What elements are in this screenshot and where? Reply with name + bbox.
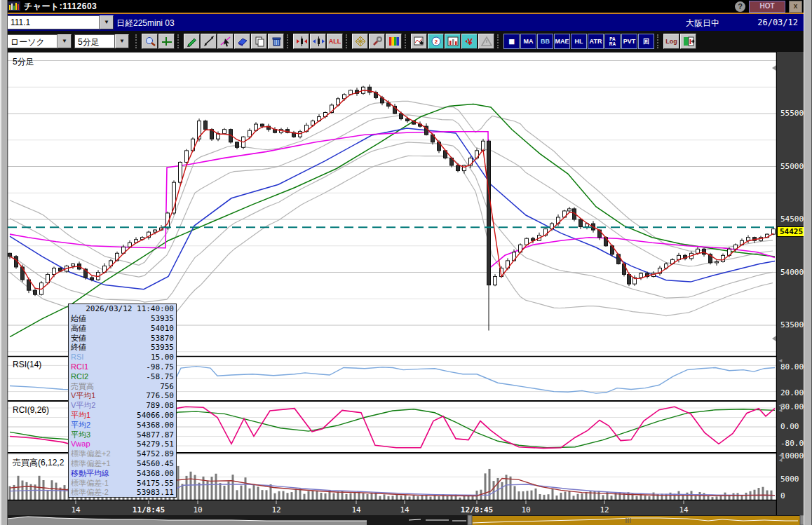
tooltip-row: V平均1776.50 [71, 391, 174, 401]
rci-panel-label: RCI(9,26) [13, 405, 49, 415]
tooltip-row: 標準偏差+154560.45 [71, 459, 174, 469]
toolbar-separator [497, 34, 501, 48]
x-axis-label: 14 [400, 505, 410, 514]
tooltip-row: RSI15.00 [71, 353, 174, 362]
x-axis-label: 12 [271, 505, 280, 514]
rsi-tick-label: 20.00 [780, 388, 804, 397]
scale-arrow-icon[interactable]: ◄ [778, 458, 783, 463]
rsi-tick-label: 80.00 [780, 362, 804, 371]
price-axis[interactable]: 555005500054500540005350080.0020.0080.00… [777, 52, 805, 515]
pointer-line-icon[interactable] [217, 34, 234, 49]
pencil-icon[interactable] [184, 34, 200, 49]
symbol-name-label: 日経225mini 03 [116, 18, 175, 29]
tooltip-row: 売買高756 [71, 382, 174, 392]
indicator-hl-button[interactable]: HL [571, 34, 587, 49]
timeframe-value[interactable]: 5分足 [74, 34, 115, 48]
price-tick-label: 54500 [780, 214, 804, 224]
crosshair-grid-icon[interactable] [158, 34, 175, 49]
price-tick-label: 55000 [780, 162, 804, 171]
chevron-down-icon[interactable]: ▼ [57, 34, 72, 48]
copy-icon[interactable] [251, 34, 267, 49]
close-button[interactable]: x [789, 1, 802, 13]
tooltip-row: 平均354877.87 [71, 430, 174, 440]
yen-order-icon[interactable]: ¥ [461, 34, 478, 49]
trash-icon[interactable] [268, 34, 284, 49]
trendline-icon[interactable] [201, 34, 217, 49]
toolbar-separator [346, 34, 350, 48]
navigator-left-grip[interactable] [468, 515, 472, 525]
data-window-tooltip: 2026/03/12 11:40:00 始値53935高値54010安値5387… [68, 304, 177, 498]
tooltip-row: Vwap54279.51 [71, 439, 174, 449]
current-price-tag: 54425 [777, 226, 806, 237]
vol-tick-label: 10000 [780, 451, 804, 461]
tooltip-row: 平均154066.00 [71, 411, 174, 421]
x-axis-label: 14 [351, 505, 361, 514]
scale-arrow-icon[interactable]: ◄ [778, 408, 783, 414]
symbol-code-combobox[interactable]: 111.1 ▼ [7, 15, 114, 29]
rci-tick-label: 0.00 [780, 422, 799, 431]
tooltip-row: 平均254368.00 [71, 421, 174, 430]
indicator-pvt-button[interactable]: PVT [621, 34, 637, 49]
tooltip-row: 移動平均線54368.00 [71, 469, 174, 479]
symbol-bar: 111.1 ▼ 日経225mini 03 大阪日中 26/03/12 [6, 14, 805, 31]
help-button[interactable]: ? [735, 1, 745, 12]
timeframe-combobox[interactable]: 5分足 ▼ [74, 34, 129, 48]
hot-button[interactable]: HOT [749, 1, 785, 13]
indicator-mae-button[interactable]: MAE [554, 34, 570, 49]
tooltip-row: RCI1-98.75 [71, 362, 174, 372]
window-left-edge [0, 0, 8, 525]
tooltip-row: 標準偏差+254752.89 [71, 449, 174, 459]
chart-mode-icon[interactable] [680, 34, 696, 49]
price-tick-label: 53500 [780, 320, 804, 329]
tooltip-row: 高値54010 [71, 324, 174, 334]
price-tick-label: 54000 [780, 268, 804, 277]
tools-icon[interactable] [369, 34, 385, 49]
tooltip-row: RCI2-58.75 [71, 372, 174, 382]
toolbar-separator [657, 34, 661, 48]
tooltip-row: 標準偏差-154175.55 [71, 479, 174, 489]
toolbar: ローソク ▼ 5分足 ▼ ALL2¥▦MABBMAEHLATRPA RAPVT回… [6, 31, 805, 52]
board-chart-icon[interactable] [445, 34, 461, 49]
tooltip-row: 終値53935 [71, 343, 174, 353]
x-axis-label: 14 [71, 505, 81, 514]
toolbar-separator [287, 34, 291, 48]
symbol-code-value[interactable]: 111.1 [7, 15, 100, 29]
chart-type-value[interactable]: ローソク [7, 34, 57, 48]
x-axis-label: 11/8:45 [133, 505, 165, 514]
window-right-edge[interactable] [804, 0, 812, 525]
chevron-down-icon[interactable]: ▼ [115, 34, 129, 48]
save-chart-icon[interactable] [411, 34, 427, 49]
indicator-ma-button[interactable]: MA [520, 34, 536, 49]
alert-icon[interactable] [478, 34, 494, 49]
chevron-down-icon[interactable]: ▼ [100, 15, 114, 29]
log-scale-button[interactable]: Log [663, 34, 679, 49]
chart-type-combobox[interactable]: ローソク ▼ [7, 34, 72, 48]
x-axis-label: 12/8:45 [461, 505, 493, 514]
zoom-icon[interactable] [142, 34, 158, 49]
x-axis-label: 10 [193, 505, 202, 514]
session-label: 大阪日中 [686, 18, 719, 29]
show-all-button[interactable]: ALL [327, 34, 343, 49]
scale-arrow-icon[interactable]: ◄ [778, 358, 783, 364]
date-label: 26/03/12 [757, 18, 798, 27]
indicator-box-button[interactable]: 回 [638, 34, 654, 49]
color-palette-icon[interactable] [386, 34, 402, 49]
title-bar[interactable]: チャート:1112603 ? HOT x [6, 0, 805, 13]
tooltip-row: 始値53935 [71, 314, 174, 324]
bar-expand-icon[interactable] [293, 34, 309, 49]
tooltip-row: 標準偏差-253983.11 [71, 488, 174, 498]
navigator-scrollbar[interactable] [6, 515, 805, 525]
toolbar-separator [177, 34, 182, 48]
x-axis-label: 14 [679, 505, 689, 514]
indicator-para-button[interactable]: PA RA [604, 34, 621, 49]
web-icon[interactable] [352, 34, 368, 49]
indicator-atr-button[interactable]: ATR [588, 34, 604, 49]
indicator-grid-button[interactable]: ▦ [503, 34, 520, 49]
vol-panel-label: 売買高(6,12,2 [13, 457, 64, 469]
eraser-icon[interactable] [234, 34, 250, 49]
time-order-icon[interactable]: 2 [428, 34, 444, 49]
window-title: チャート:1112603 [24, 1, 97, 13]
tooltip-datetime: 2026/03/12 11:40:00 [71, 304, 174, 314]
bar-compress-icon[interactable] [310, 34, 326, 49]
indicator-bb-button[interactable]: BB [537, 34, 553, 49]
